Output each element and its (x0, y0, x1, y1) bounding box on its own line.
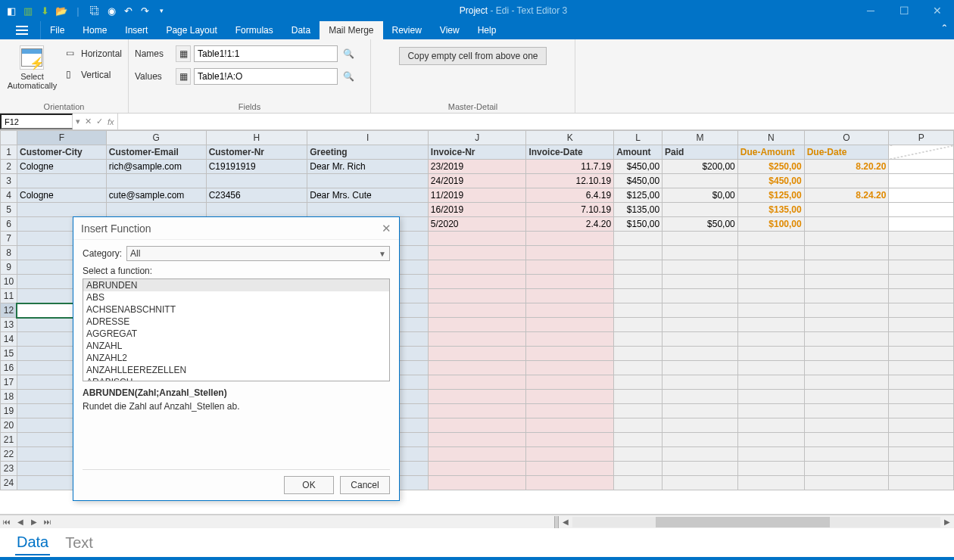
ribbon-collapse-icon[interactable]: ˆ (935, 23, 954, 37)
ok-button[interactable]: OK (284, 476, 334, 494)
col-header[interactable]: F (17, 131, 106, 145)
cell[interactable]: $135,00 (737, 203, 804, 217)
cell[interactable] (428, 332, 526, 347)
cell[interactable] (307, 203, 429, 217)
cell[interactable] (889, 447, 954, 462)
cell[interactable] (737, 289, 804, 303)
menu-insert[interactable]: Insert (116, 21, 157, 39)
nav-last-icon[interactable]: ⏭ (41, 516, 55, 528)
cell[interactable] (737, 361, 804, 375)
menu-mail-merge[interactable]: Mail Merge (320, 21, 382, 39)
cell[interactable] (889, 246, 954, 260)
cell[interactable] (889, 232, 954, 246)
function-item[interactable]: ARABISCH (83, 376, 389, 381)
cell[interactable] (804, 347, 889, 361)
cell[interactable] (17, 174, 106, 188)
row-header[interactable]: 24 (1, 476, 17, 490)
cell[interactable]: C19191919 (206, 160, 307, 174)
cell[interactable] (662, 404, 738, 418)
values-search-icon[interactable]: 🔍 (341, 68, 356, 85)
row-header[interactable]: 19 (1, 404, 17, 418)
cell[interactable] (889, 145, 954, 160)
cell[interactable]: 11/2019 (428, 188, 526, 203)
cell[interactable] (889, 260, 954, 275)
col-header[interactable]: I (307, 131, 429, 145)
row-header[interactable]: 16 (1, 361, 17, 375)
menu-formulas[interactable]: Formulas (226, 21, 282, 39)
row-header[interactable]: 9 (1, 260, 17, 275)
cell[interactable]: $150,00 (614, 217, 662, 232)
row-header[interactable]: 10 (1, 275, 17, 289)
cell[interactable] (428, 303, 526, 318)
cell[interactable] (428, 447, 526, 462)
cell[interactable] (428, 390, 526, 404)
cell[interactable] (614, 246, 662, 260)
cell[interactable] (662, 260, 738, 275)
cell[interactable] (889, 404, 954, 418)
row-header[interactable]: 11 (1, 289, 17, 303)
cell[interactable] (206, 203, 307, 217)
row-header[interactable]: 1 (1, 145, 17, 160)
cell[interactable] (526, 232, 614, 246)
cell[interactable] (106, 203, 206, 217)
dropdown-icon[interactable]: ▾ (76, 117, 80, 126)
menu-home[interactable]: Home (73, 21, 116, 39)
cell[interactable] (737, 303, 804, 318)
cell[interactable] (428, 375, 526, 390)
menu-review[interactable]: Review (383, 21, 431, 39)
hscroll-left-icon[interactable]: ◀ (559, 516, 572, 528)
cell[interactable] (614, 289, 662, 303)
cell[interactable] (662, 232, 738, 246)
hscroll-thumb[interactable] (656, 517, 830, 527)
cell[interactable] (737, 462, 804, 476)
cell[interactable] (889, 289, 954, 303)
cell[interactable] (662, 275, 738, 289)
cell[interactable]: 12.10.19 (526, 174, 614, 188)
nav-prev-icon[interactable]: ◀ (14, 516, 27, 528)
cell[interactable] (737, 476, 804, 490)
cell[interactable] (614, 260, 662, 275)
cell[interactable] (526, 303, 614, 318)
cell[interactable] (526, 390, 614, 404)
cell[interactable]: 23/2019 (428, 160, 526, 174)
cell[interactable] (662, 347, 738, 361)
function-item[interactable]: ANZAHL2 (83, 352, 389, 364)
cell[interactable] (804, 289, 889, 303)
cell[interactable] (526, 260, 614, 275)
cell[interactable] (614, 404, 662, 418)
cell[interactable] (614, 375, 662, 390)
row-header[interactable]: 5 (1, 203, 17, 217)
cell[interactable] (526, 347, 614, 361)
cell[interactable] (889, 361, 954, 375)
nav-first-icon[interactable]: ⏮ (0, 516, 14, 528)
cell[interactable]: Due-Date (804, 145, 889, 160)
col-header[interactable]: M (662, 131, 738, 145)
tab-text[interactable]: Text (64, 531, 95, 555)
qat-dropdown-icon[interactable]: ▾ (154, 4, 168, 17)
redo-icon[interactable]: ↷ (138, 4, 151, 17)
cell[interactable] (662, 418, 738, 433)
cell[interactable] (526, 476, 614, 490)
cell[interactable] (889, 332, 954, 347)
horizontal-button[interactable]: ▭Horizontal (66, 45, 122, 62)
cancel-formula-icon[interactable]: ✕ (85, 117, 92, 126)
file-menu-icon[interactable] (3, 21, 41, 39)
cell[interactable] (662, 174, 738, 188)
cell[interactable] (737, 260, 804, 275)
cell[interactable] (889, 433, 954, 447)
cell[interactable] (526, 275, 614, 289)
cell[interactable] (804, 260, 889, 275)
row-header[interactable]: 12 (1, 303, 17, 318)
cell[interactable] (889, 303, 954, 318)
cell[interactable] (428, 361, 526, 375)
cell[interactable]: Dear Mr. Rich (307, 160, 429, 174)
cell[interactable] (889, 318, 954, 332)
cell[interactable] (428, 476, 526, 490)
cell[interactable]: Customer-Nr (206, 145, 307, 160)
menu-data[interactable]: Data (282, 21, 320, 39)
copy-empty-cell-button[interactable]: Copy empty cell from above one (399, 47, 546, 65)
cell[interactable] (106, 174, 206, 188)
cell[interactable] (804, 404, 889, 418)
cell[interactable] (428, 318, 526, 332)
cell[interactable] (889, 347, 954, 361)
